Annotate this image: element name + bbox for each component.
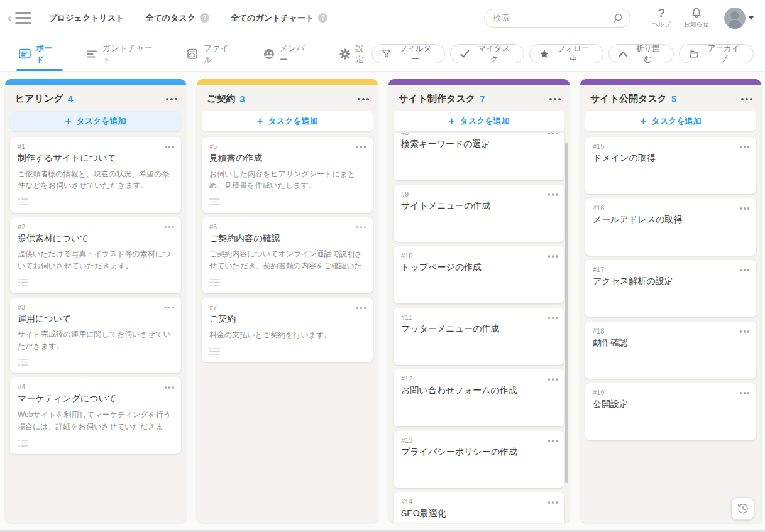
my-tasks-button[interactable]: マイタスク (450, 44, 524, 63)
add-task-button[interactable]: + タスクを追加 (394, 111, 564, 131)
task-menu-button[interactable] (163, 305, 174, 311)
add-task-button[interactable]: + タスクを追加 (202, 111, 373, 131)
column-menu-button[interactable] (164, 96, 177, 102)
filter-button[interactable]: フィルター (371, 44, 445, 63)
task-menu-button[interactable] (355, 224, 366, 231)
task-menu-button[interactable] (355, 144, 366, 150)
task-menu-button[interactable] (738, 267, 749, 273)
task-card[interactable]: #11 フッターメニューの作成 (394, 308, 564, 365)
help-circle-icon[interactable]: ? (318, 13, 327, 23)
nav-all-gantt[interactable]: 全てのガントチャート ? (231, 13, 327, 24)
task-menu-button[interactable] (738, 144, 749, 150)
task-menu-button[interactable] (738, 328, 749, 335)
archive-button[interactable]: アーカイブ (679, 44, 754, 63)
plus-icon: + (256, 116, 263, 126)
task-card[interactable]: #1 制作するサイトについて ご依頼者様の情報と、現在の状況、希望の条件などをお… (10, 137, 181, 213)
task-title: ご契約内容の確認 (209, 232, 365, 245)
task-menu-button[interactable] (163, 384, 174, 391)
task-menu-button[interactable] (546, 438, 558, 444)
task-card[interactable]: #18 動作確認 (585, 322, 756, 379)
task-menu-button[interactable] (546, 253, 558, 259)
column-cards: #8 検索キーワードの選定 #9 サイトメニューの作成 #10 トップページの作… (388, 133, 570, 523)
history-icon (737, 502, 749, 515)
task-title: 動作確認 (593, 337, 749, 349)
hamburger-menu-icon[interactable] (15, 12, 31, 24)
tab-files[interactable]: ファイル (187, 36, 237, 71)
column-color-bar (197, 79, 378, 85)
column-menu-button[interactable] (548, 96, 561, 102)
search-input[interactable] (493, 13, 612, 23)
help-circle-icon[interactable]: ? (200, 13, 209, 23)
column-scrollbar[interactable] (565, 143, 568, 483)
task-id: #13 (401, 437, 557, 444)
task-menu-button[interactable] (546, 376, 558, 383)
column-task-count: 5 (671, 94, 676, 104)
column-header: サイト制作タスク 7 (388, 85, 570, 111)
tab-gantt[interactable]: ガントチャート (87, 36, 160, 71)
task-card[interactable]: #12 お問い合わせフォームの作成 (394, 369, 564, 426)
plus-icon: + (640, 116, 646, 126)
tab-members[interactable]: メンバー (263, 36, 312, 71)
column-task-count: 7 (480, 94, 485, 104)
tab-settings[interactable]: 設定 (339, 36, 372, 71)
task-card[interactable]: #8 検索キーワードの選定 (394, 133, 564, 180)
task-card[interactable]: #3 運用について サイト完成後の運用に関してお伺いさせていただきます。 (10, 298, 181, 374)
history-button[interactable] (731, 497, 754, 520)
settings-icon (339, 48, 351, 60)
task-card[interactable]: #4 マーケティングについて Webサイトを利用してマーケティングを行う場合には… (10, 377, 181, 454)
task-menu-button[interactable] (355, 305, 366, 311)
nav-project-list[interactable]: プロジェクトリスト (49, 13, 124, 24)
collapse-button[interactable]: 折り畳む (608, 44, 674, 63)
tab-board[interactable]: ボード (19, 36, 60, 71)
add-task-button[interactable]: + タスクを追加 (10, 111, 181, 131)
task-card[interactable]: #7 ご契約 料金の支払いとご契約を行います。 (202, 298, 373, 362)
task-title: トップページの作成 (401, 261, 557, 274)
task-card[interactable]: #6 ご契約内容の確認 ご契約内容についてオンライン通話で説明させていただき、契… (202, 217, 373, 294)
task-menu-button[interactable] (546, 315, 558, 321)
add-task-label: タスクを追加 (651, 116, 701, 127)
task-card[interactable]: #19 公開設定 (585, 383, 756, 440)
search-icon[interactable] (612, 13, 624, 24)
add-task-button[interactable]: + タスクを追加 (585, 111, 756, 131)
column-color-bar (580, 79, 761, 85)
task-title: メールアドレスの取得 (593, 214, 749, 226)
task-menu-button[interactable] (738, 205, 749, 212)
back-chevron-icon[interactable]: ‹ (6, 10, 13, 26)
task-card[interactable]: #17 アクセス解析の設定 (585, 260, 756, 317)
task-title: 制作するサイトについて (18, 152, 173, 165)
my-tasks-label: マイタスク (474, 43, 514, 65)
search-box[interactable] (484, 9, 630, 28)
task-menu-button[interactable] (738, 390, 749, 396)
column-menu-button[interactable] (739, 96, 752, 102)
column-menu-button[interactable] (356, 96, 369, 102)
task-description: ご契約内容についてオンライン通話で説明させていただき、契約書類の内容をご確認いた… (209, 248, 365, 272)
task-menu-button[interactable] (546, 192, 558, 198)
task-card[interactable]: #16 メールアドレスの取得 (585, 198, 756, 256)
task-card[interactable]: #10 トップページの作成 (394, 246, 564, 303)
task-menu-button[interactable] (163, 144, 174, 150)
members-icon (263, 48, 275, 60)
task-menu-button[interactable] (163, 224, 174, 231)
task-card[interactable]: #14 SEO最適化 (394, 492, 564, 523)
add-task-label: タスクを追加 (268, 116, 317, 127)
task-card[interactable]: #2 提供素材について 提供いただける写真・イラスト等の素材についてお伺いさせて… (10, 217, 181, 293)
help-button[interactable]: ? ヘルプ (652, 7, 671, 29)
nav-all-tasks[interactable]: 全てのタスク ? (145, 13, 209, 24)
task-title: 検索キーワードの選定 (401, 138, 557, 151)
task-card[interactable]: #15 ドメインの取得 (585, 137, 756, 194)
task-card[interactable]: #5 見積書の作成 お伺いした内容をヒアリングシートにまとめ、見積書を作成いたし… (202, 137, 373, 213)
task-card[interactable]: #13 プライバシーポリシーの作成 (394, 431, 564, 488)
task-menu-button[interactable] (546, 133, 558, 136)
column-task-count: 3 (239, 94, 245, 104)
following-button[interactable]: フォロー中 (529, 44, 603, 63)
task-id: #18 (593, 327, 749, 335)
column-cards: #15 ドメインの取得 #16 メールアドレスの取得 #17 アクセス解析の設定… (580, 133, 761, 523)
task-card[interactable]: #9 サイトメニューの作成 (394, 185, 564, 242)
task-id: #5 (209, 143, 365, 150)
notifications-button[interactable]: お知らせ (683, 7, 709, 29)
column-task-count: 4 (68, 94, 73, 104)
nav-all-gantt-label: 全てのガントチャート (231, 13, 314, 24)
account-menu[interactable] (724, 8, 754, 29)
column-title: サイト公開タスク (590, 93, 667, 105)
task-menu-button[interactable] (546, 499, 558, 506)
